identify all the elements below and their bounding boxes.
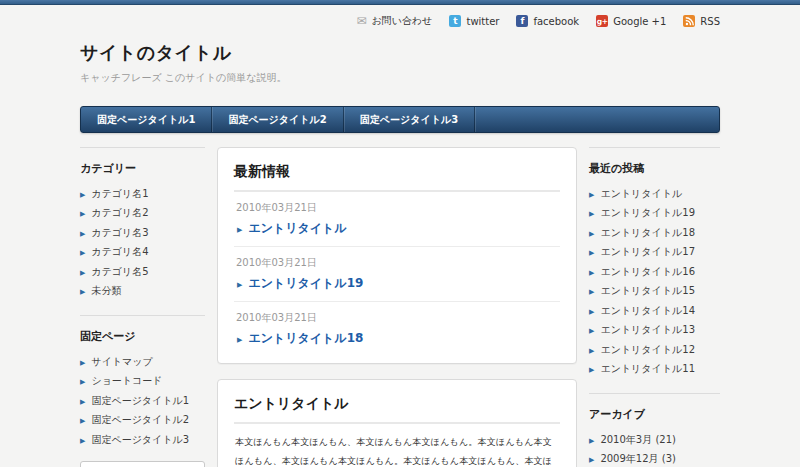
- facebook-label: facebook: [533, 16, 579, 27]
- sidebar-item-category5[interactable]: カテゴリ名5: [80, 262, 205, 282]
- arrow-icon: [589, 206, 594, 221]
- article-title[interactable]: エントリタイトル: [234, 395, 560, 413]
- news-entry: 2010年03月21日 エントリタイトル: [234, 192, 560, 247]
- rss-link[interactable]: RSS: [683, 15, 720, 27]
- post-label: エントリタイトル: [600, 187, 682, 202]
- article-body: 本文ほんもん本文ほんもん、本文ほんもん本文ほんもん。本文ほんもん本文ほんもん、本…: [235, 433, 559, 467]
- envelope-icon: [356, 15, 366, 27]
- sidebar-item-post[interactable]: エントリタイトル12: [589, 340, 720, 360]
- sidebar-item-archive[interactable]: 2010年3月 (21): [589, 430, 720, 450]
- sidebar-item-post[interactable]: エントリタイトル19: [589, 204, 720, 224]
- site-header: サイトのタイトル キャッチフレーズ このサイトの簡単な説明。: [80, 41, 720, 85]
- arrow-icon: [589, 362, 594, 377]
- archive-label: 2010年3月 (21): [600, 433, 676, 448]
- twitter-link[interactable]: twitter: [449, 15, 499, 27]
- arrow-icon: [589, 187, 594, 202]
- news-title: 最新情報: [234, 163, 560, 181]
- post-label: エントリタイトル16: [600, 265, 695, 280]
- arrow-icon: [589, 452, 594, 467]
- googleplus-icon: [596, 15, 608, 27]
- pages-title: 固定ページ: [80, 329, 205, 344]
- facebook-link[interactable]: facebook: [516, 15, 579, 27]
- nav-item-page3[interactable]: 固定ページタイトル3: [344, 107, 475, 132]
- sidebar-item-category1[interactable]: カテゴリ名1: [80, 184, 205, 204]
- sidebar-item-uncategorized[interactable]: 未分類: [80, 282, 205, 302]
- page-label: 固定ページタイトル1: [91, 394, 189, 409]
- news-entry-link[interactable]: エントリタイトル18: [236, 330, 558, 347]
- news-entry: 2010年03月21日 エントリタイトル19: [234, 247, 560, 302]
- sidebar-item-page1[interactable]: 固定ページタイトル1: [80, 391, 205, 411]
- post-label: エントリタイトル13: [600, 323, 695, 338]
- nav-item-page2[interactable]: 固定ページタイトル2: [212, 107, 343, 132]
- contact-label: お問い合わせ: [372, 14, 433, 28]
- sidebar-item-post[interactable]: エントリタイトル13: [589, 321, 720, 341]
- sidebar-item-post[interactable]: エントリタイトル18: [589, 223, 720, 243]
- sidebar-item-post[interactable]: エントリタイトル16: [589, 262, 720, 282]
- sidebar-item-page3[interactable]: 固定ページタイトル3: [80, 430, 205, 450]
- contact-link[interactable]: お問い合わせ: [356, 14, 432, 28]
- arrow-icon: [80, 265, 85, 280]
- nav-item-page1[interactable]: 固定ページタイトル1: [81, 107, 212, 132]
- article-box: エントリタイトル 本文ほんもん本文ほんもん、本文ほんもん本文ほんもん。本文ほんも…: [217, 379, 577, 467]
- arrow-icon: [589, 343, 594, 358]
- news-date: 2010年03月21日: [236, 311, 558, 325]
- site-title[interactable]: サイトのタイトル: [80, 41, 720, 65]
- sidebar-item-page2[interactable]: 固定ページタイトル2: [80, 411, 205, 431]
- news-entry-link[interactable]: エントリタイトル: [236, 220, 558, 237]
- news-entry-link[interactable]: エントリタイトル19: [236, 275, 558, 292]
- sidebar-item-shortcode[interactable]: ショートコード: [80, 372, 205, 392]
- news-date: 2010年03月21日: [236, 201, 558, 215]
- facebook-icon: [516, 15, 528, 27]
- recent-posts-list: エントリタイトル エントリタイトル19 エントリタイトル18 エントリタイトル1…: [589, 184, 720, 379]
- sidebar-item-post[interactable]: エントリタイトル15: [589, 282, 720, 302]
- categories-list: カテゴリ名1 カテゴリ名2 カテゴリ名3 カテゴリ名4 カテゴリ名5 未分類: [80, 184, 205, 301]
- post-label: エントリタイトル15: [600, 284, 695, 299]
- search-input[interactable]: [80, 461, 205, 467]
- sidebar-item-category4[interactable]: カテゴリ名4: [80, 243, 205, 263]
- content-columns: カテゴリー カテゴリ名1 カテゴリ名2 カテゴリ名3 カテゴリ名4 カテゴリ名5…: [80, 147, 720, 467]
- category-label: カテゴリ名5: [91, 265, 148, 280]
- divider: [234, 422, 560, 424]
- nav-filler: [475, 107, 719, 132]
- post-label: エントリタイトル12: [600, 343, 695, 358]
- sidebar-item-category3[interactable]: カテゴリ名3: [80, 223, 205, 243]
- sidebar-item-archive[interactable]: 2009年12月 (3): [589, 450, 720, 467]
- category-label: カテゴリ名2: [91, 206, 148, 221]
- news-entry-title: エントリタイトル: [248, 220, 346, 237]
- sidebar-item-post[interactable]: エントリタイトル11: [589, 360, 720, 380]
- googleplus-link[interactable]: Google +1: [596, 15, 666, 27]
- news-entry-title: エントリタイトル18: [248, 330, 363, 347]
- main-nav: 固定ページタイトル1 固定ページタイトル2 固定ページタイトル3: [80, 106, 720, 133]
- page-label: 固定ページタイトル3: [91, 433, 189, 448]
- twitter-label: twitter: [466, 16, 499, 27]
- sidebar-item-sitemap[interactable]: サイトマップ: [80, 352, 205, 372]
- archives-title: アーカイブ: [589, 407, 720, 422]
- arrow-icon: [80, 284, 85, 299]
- archives-list: 2010年3月 (21) 2009年12月 (3): [589, 430, 720, 467]
- arrow-icon: [589, 245, 594, 260]
- category-label: 未分類: [91, 284, 121, 299]
- page-label: ショートコード: [91, 374, 162, 389]
- news-entry: 2010年03月21日 エントリタイトル18: [234, 302, 560, 351]
- post-label: エントリタイトル14: [600, 304, 695, 319]
- arrow-icon: [237, 331, 242, 346]
- arrow-icon: [80, 245, 85, 260]
- categories-title: カテゴリー: [80, 161, 205, 176]
- divider: [80, 147, 205, 148]
- arrow-icon: [80, 206, 85, 221]
- arrow-icon: [80, 226, 85, 241]
- divider: [80, 315, 205, 316]
- social-topbar: お問い合わせ twitter facebook Google +1 RSS: [80, 14, 720, 28]
- divider: [589, 147, 720, 148]
- sidebar-item-post[interactable]: エントリタイトル17: [589, 243, 720, 263]
- arrow-icon: [80, 187, 85, 202]
- arrow-icon: [589, 226, 594, 241]
- rss-label: RSS: [700, 16, 720, 27]
- post-label: エントリタイトル18: [600, 226, 695, 241]
- arrow-icon: [589, 323, 594, 338]
- rss-icon: [683, 15, 695, 27]
- sidebar-item-post[interactable]: エントリタイトル14: [589, 301, 720, 321]
- sidebar-item-post[interactable]: エントリタイトル: [589, 184, 720, 204]
- sidebar-item-category2[interactable]: カテゴリ名2: [80, 204, 205, 224]
- arrow-icon: [589, 284, 594, 299]
